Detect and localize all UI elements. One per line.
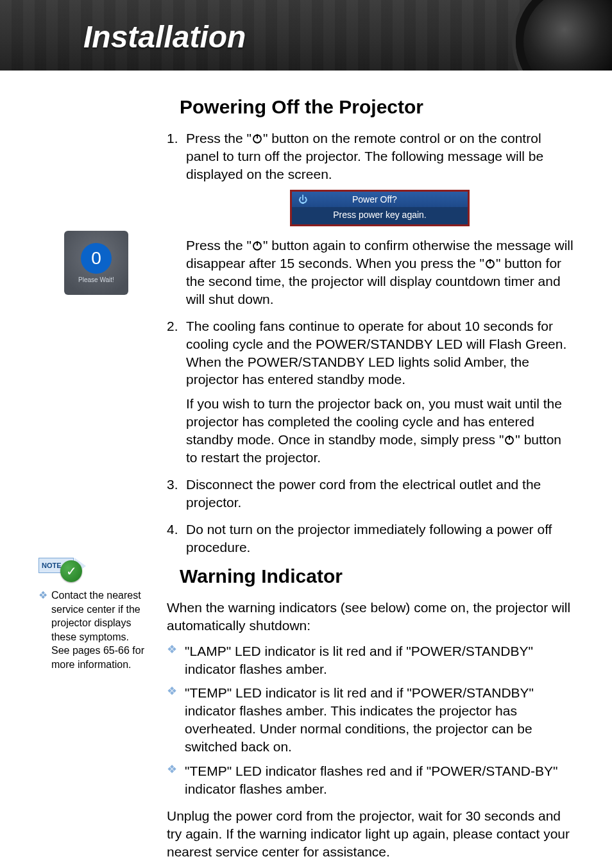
step1-text-a: Press the " [186,131,251,146]
power-icon [251,240,263,251]
step-4: Do not turn on the projector immediately… [167,521,574,556]
step-1: Press the "" button on the remote contro… [167,129,574,308]
step-3: Disconnect the power cord from the elect… [167,476,574,512]
warning-bullets: "LAMP" LED indicator is lit red and if "… [167,642,574,798]
osd-message: ⏻ Power Off? Press power key again. [186,190,574,226]
header-banner: Installation [0,0,612,71]
main-content: Powering Off the Projector Press the "" … [0,71,612,868]
step1-confirm: Press the "" button again to confirm oth… [186,237,574,308]
power-icon [484,258,496,269]
warning-outro: Unplug the power cord from the projector… [167,807,574,861]
osd-line1: Power Off? [352,194,397,206]
power-icon [251,133,263,144]
step2-text-a: The cooling fans continue to operate for… [186,319,566,387]
power-icon: ⏻ [298,194,307,206]
step1-text-c: Press the " [186,238,251,253]
steps-list: Press the "" button on the remote contro… [167,129,574,556]
section-heading-warning: Warning Indicator [180,565,574,587]
warning-bullet-1: "LAMP" LED indicator is lit red and if "… [167,642,574,678]
step-2: The cooling fans continue to operate for… [167,317,574,467]
warning-bullet-3: "TEMP" LED indicator flashes red and if … [167,762,574,798]
warning-bullet-2: "TEMP" LED indicator is lit red and if "… [167,684,574,756]
step2-para2: If you wish to turn the projector back o… [186,395,574,467]
lens-graphic [516,0,612,71]
power-icon [504,434,515,446]
section-heading-power-off: Powering Off the Projector [180,96,574,118]
page-title: Installation [83,19,246,54]
warning-intro: When the warning indicators (see below) … [167,599,574,635]
osd-line2: Press power key again. [292,207,468,224]
manual-page: Installation 0 Please Wait! NOTE ✓ ❖Cont… [0,0,612,868]
osd-row-1: ⏻ Power Off? [292,192,468,208]
osd-box: ⏻ Power Off? Press power key again. [290,190,470,226]
